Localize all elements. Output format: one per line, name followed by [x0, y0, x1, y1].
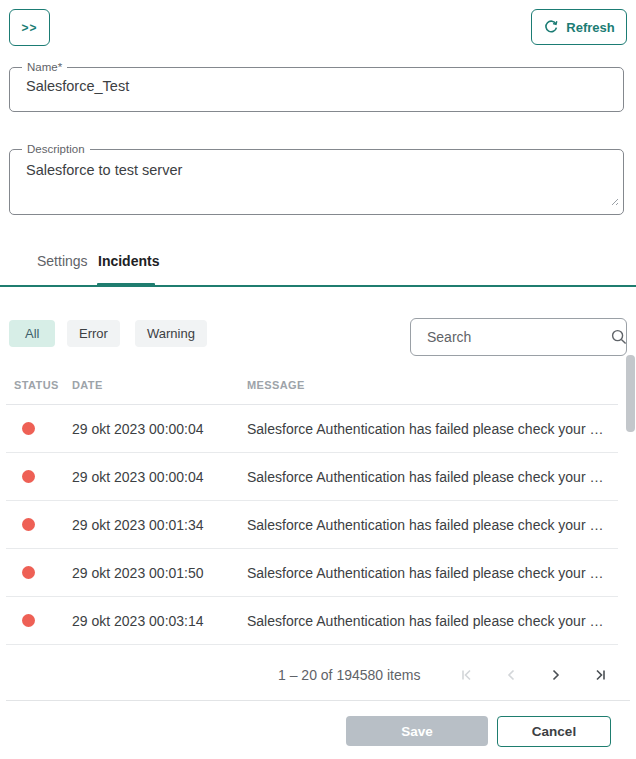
status-error-dot	[22, 470, 35, 483]
status-error-dot	[22, 614, 35, 627]
column-header-status: STATUS	[14, 379, 72, 391]
row-message: Salesforce Authentication has failed ple…	[247, 421, 618, 437]
incident-panel: >> Refresh Name* Description Salesforce …	[0, 0, 636, 759]
name-input[interactable]	[26, 78, 595, 94]
row-message: Salesforce Authentication has failed ple…	[247, 469, 618, 485]
row-date: 29 okt 2023 00:01:50	[72, 565, 247, 581]
next-page-button[interactable]	[546, 665, 566, 685]
collapse-panel-button[interactable]: >>	[9, 9, 50, 46]
footer-divider	[6, 700, 630, 701]
status-error-dot	[22, 566, 35, 579]
refresh-button-label: Refresh	[566, 20, 614, 35]
chevron-right-icon	[548, 667, 564, 683]
filter-chip-all[interactable]: All	[9, 320, 55, 347]
row-date: 29 okt 2023 00:03:14	[72, 613, 247, 629]
name-field-label: Name*	[22, 60, 67, 75]
row-message: Salesforce Authentication has failed ple…	[247, 517, 618, 533]
refresh-icon	[543, 19, 559, 35]
save-button[interactable]: Save	[346, 716, 488, 746]
previous-page-button[interactable]	[501, 665, 521, 685]
filter-chip-warning[interactable]: Warning	[135, 320, 207, 347]
status-error-dot	[22, 518, 35, 531]
table-row[interactable]: 29 okt 2023 00:01:50 Salesforce Authenti…	[6, 549, 618, 597]
last-page-icon	[593, 667, 609, 683]
table-row[interactable]: 29 okt 2023 00:03:14 Salesforce Authenti…	[6, 597, 618, 645]
search-input[interactable]	[425, 328, 610, 346]
tab-settings[interactable]: Settings	[37, 253, 88, 269]
scrollbar-thumb[interactable]	[626, 355, 635, 432]
row-message: Salesforce Authentication has failed ple…	[247, 565, 618, 581]
chevron-left-icon	[503, 667, 519, 683]
row-message: Salesforce Authentication has failed ple…	[247, 613, 618, 629]
table-row[interactable]: 29 okt 2023 00:00:04 Salesforce Authenti…	[6, 453, 618, 501]
table-row[interactable]: 29 okt 2023 00:01:34 Salesforce Authenti…	[6, 501, 618, 549]
tab-strip-divider	[0, 285, 636, 287]
description-field-label: Description	[22, 142, 90, 157]
table-row[interactable]: 29 okt 2023 00:00:04 Salesforce Authenti…	[6, 405, 618, 453]
filter-chip-error[interactable]: Error	[67, 320, 120, 347]
pagination-range-label: 1 – 20 of 194580 items	[278, 667, 420, 683]
tab-incidents[interactable]: Incidents	[98, 253, 159, 269]
row-date: 29 okt 2023 00:00:04	[72, 469, 247, 485]
description-textarea[interactable]: Salesforce to test server	[26, 160, 595, 202]
cancel-button[interactable]: Cancel	[497, 716, 611, 747]
name-field: Name*	[9, 67, 624, 112]
column-header-message: MESSAGE	[247, 379, 618, 391]
refresh-button[interactable]: Refresh	[531, 9, 627, 45]
incidents-table: STATUS DATE MESSAGE 29 okt 2023 00:00:04…	[6, 366, 618, 645]
search-icon	[610, 328, 628, 346]
first-page-button[interactable]	[456, 665, 476, 685]
description-field: Description Salesforce to test server	[9, 149, 624, 215]
row-date: 29 okt 2023 00:00:04	[72, 421, 247, 437]
table-header: STATUS DATE MESSAGE	[6, 366, 618, 405]
last-page-button[interactable]	[591, 665, 611, 685]
status-error-dot	[22, 422, 35, 435]
active-tab-indicator	[97, 283, 155, 287]
column-header-date: DATE	[72, 379, 247, 391]
first-page-icon	[458, 667, 474, 683]
resize-handle-icon[interactable]	[607, 192, 619, 210]
search-box	[410, 318, 627, 356]
row-date: 29 okt 2023 00:01:34	[72, 517, 247, 533]
